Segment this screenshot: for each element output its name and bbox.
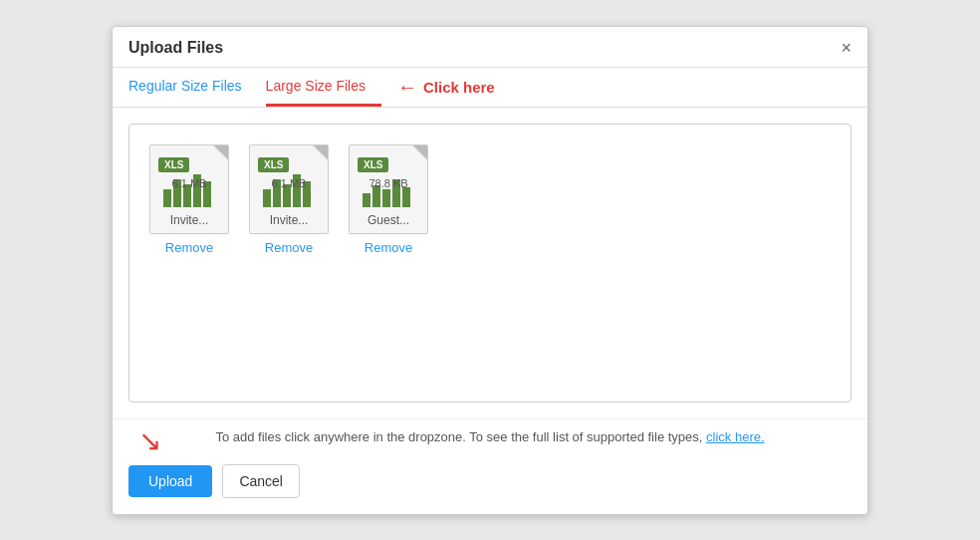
- file-name-3: Guest...: [368, 213, 409, 227]
- footer-note-text: To add files click anywhere in the dropz…: [215, 429, 702, 444]
- tab-regular-size-files[interactable]: Regular Size Files: [128, 68, 258, 107]
- file-size-3: 78.8 KB: [350, 177, 427, 189]
- file-chart-1: [159, 169, 219, 209]
- xls-badge-1: XLS: [158, 157, 189, 172]
- footer-note: To add files click anywhere in the dropz…: [113, 418, 867, 454]
- file-size-1: 6.1 MB: [150, 177, 228, 189]
- dialog-header: Upload Files ×: [113, 27, 867, 68]
- down-arrow-icon: ↘: [138, 427, 161, 455]
- file-page-3: XLS 78.8 KB Guest...: [349, 144, 428, 234]
- file-page-2: XLS 6.1 MB Invite...: [249, 144, 329, 234]
- list-item: XLS 6.1 MB Invite... Remove: [149, 144, 229, 255]
- file-icon-1: XLS 6.1 MB Invite...: [149, 144, 229, 234]
- file-name-1: Invite...: [170, 213, 209, 227]
- tabs-container: Regular Size Files Large Size Files ← Cl…: [113, 68, 867, 108]
- cancel-button[interactable]: Cancel: [222, 464, 300, 498]
- close-button[interactable]: ×: [841, 39, 852, 67]
- file-name-2: Invite...: [270, 213, 309, 227]
- file-icon-2: XLS 6.1 MB Invite...: [249, 144, 329, 234]
- remove-button-1[interactable]: Remove: [165, 240, 213, 255]
- dialog-body: XLS 6.1 MB Invite... Remove: [113, 108, 867, 418]
- svg-rect-0: [163, 189, 171, 207]
- svg-rect-14: [402, 187, 410, 207]
- upload-button-wrapper: ↘ Upload: [128, 465, 212, 497]
- file-chart-2: [259, 169, 319, 209]
- click-here-label: Click here: [423, 79, 495, 96]
- file-size-2: 6.1 MB: [250, 177, 328, 189]
- file-page-1: XLS 6.1 MB Invite...: [149, 144, 229, 234]
- dropzone[interactable]: XLS 6.1 MB Invite... Remove: [128, 124, 852, 403]
- svg-rect-10: [363, 193, 370, 207]
- xls-badge-3: XLS: [358, 157, 388, 172]
- upload-button[interactable]: Upload: [128, 465, 212, 497]
- click-here-annotation: ← Click here: [397, 76, 495, 99]
- upload-dialog: Upload Files × Regular Size Files Large …: [112, 26, 868, 515]
- left-arrow-icon: ←: [397, 76, 417, 99]
- dialog-actions: ↘ Upload Cancel: [113, 454, 867, 514]
- remove-button-3[interactable]: Remove: [365, 240, 412, 255]
- file-icon-3: XLS 78.8 KB Guest...: [349, 144, 428, 234]
- svg-rect-5: [263, 189, 271, 207]
- dialog-title: Upload Files: [128, 39, 223, 67]
- file-chart-3: [359, 169, 418, 209]
- tab-large-size-files[interactable]: Large Size Files: [266, 68, 381, 107]
- footer-link[interactable]: click here.: [706, 429, 765, 444]
- xls-badge-2: XLS: [258, 157, 289, 172]
- remove-button-2[interactable]: Remove: [265, 240, 313, 255]
- svg-rect-12: [382, 189, 390, 207]
- list-item: XLS 78.8 KB Guest... Remove: [349, 144, 428, 255]
- list-item: XLS 6.1 MB Invite... Remove: [249, 144, 329, 255]
